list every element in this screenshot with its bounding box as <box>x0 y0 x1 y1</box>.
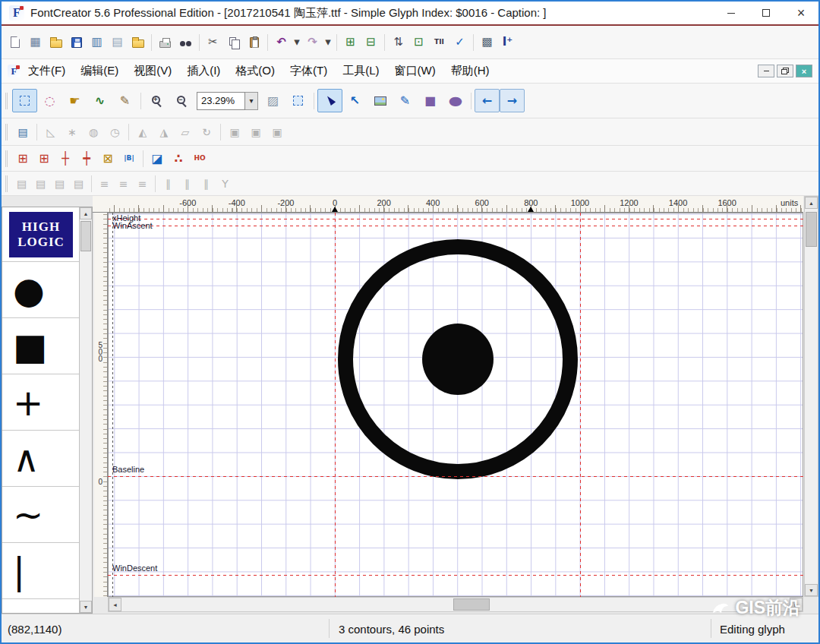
validate-font-button[interactable]: ⊡ <box>408 33 429 52</box>
menu-item-e[interactable]: 编辑(E) <box>73 60 126 82</box>
snap-to-guidelines-button[interactable]: ┿ <box>76 148 97 169</box>
origin-guide[interactable] <box>335 213 336 597</box>
palette-glyph-caret[interactable]: ∧ <box>2 431 80 487</box>
baseline-guide[interactable] <box>108 476 803 477</box>
palette-scroll-down-button[interactable]: ▼ <box>80 601 92 613</box>
winascent-guide[interactable] <box>108 226 803 226</box>
undo-button[interactable]: ↶ <box>271 33 292 52</box>
find-button[interactable] <box>175 33 196 52</box>
open-installed-font-button[interactable] <box>128 33 148 52</box>
mdi-minimize-button[interactable] <box>758 65 774 77</box>
menu-item-w[interactable]: 窗口(W) <box>387 60 443 82</box>
cut-button[interactable]: ✂ <box>203 33 223 52</box>
ellipse-tool-button[interactable]: ● <box>443 89 468 112</box>
snap-to-grid-button[interactable]: ⊞ <box>33 148 55 169</box>
pan-tool-button[interactable]: ☛ <box>62 89 87 112</box>
glyph-canvas[interactable]: xHeight WinAscent Baseline WinDescent <box>108 213 803 597</box>
undo-list-button[interactable]: ▾ <box>292 33 302 52</box>
zoom-dropdown-button[interactable]: ▾ <box>245 92 258 110</box>
background-image-button[interactable] <box>367 89 393 112</box>
rectangle-tool-button[interactable]: ■ <box>418 89 443 112</box>
menu-item-t[interactable]: 字体(T) <box>282 60 335 82</box>
lock-guidelines-button[interactable]: ⊠ <box>97 148 118 169</box>
redo-list-button[interactable]: ▾ <box>323 33 333 52</box>
open-font-button[interactable] <box>46 33 66 52</box>
horizontal-ruler[interactable]: units -600-400-2000200400600800100012001… <box>108 196 803 213</box>
lasso-tool-button[interactable]: ◌ <box>37 89 62 112</box>
menu-item-h[interactable]: 帮助(H) <box>443 60 497 82</box>
contour-tool-button[interactable]: ∿ <box>87 89 112 112</box>
insert-glyphs-button[interactable]: ⊞ <box>340 33 361 52</box>
menu-item-l[interactable]: 工具(L) <box>335 60 386 82</box>
paste-button[interactable] <box>244 33 264 52</box>
toolbar-grip[interactable] <box>5 175 8 192</box>
glyph-properties-button[interactable]: ▤ <box>12 122 33 142</box>
font-overview-button[interactable]: ▦ <box>25 33 46 52</box>
zoom-rectangle-button[interactable] <box>285 89 311 112</box>
redo-button[interactable]: ↷ <box>302 33 323 52</box>
toolbar-grip[interactable] <box>5 150 8 167</box>
horizontal-scroll-thumb[interactable] <box>453 598 490 611</box>
maximize-button[interactable] <box>749 1 784 25</box>
menu-item-i[interactable]: 插入(I) <box>179 60 228 82</box>
zoom-in-tool-button[interactable] <box>144 89 169 112</box>
font-properties-button[interactable]: ▤ <box>107 33 128 52</box>
advance-width-guide[interactable] <box>580 213 581 597</box>
copy-button[interactable] <box>223 33 244 52</box>
palette-scroll-thumb[interactable] <box>80 221 91 251</box>
show-guidelines-button[interactable]: ┼ <box>55 148 76 169</box>
advance-width-marker[interactable] <box>528 207 534 212</box>
scroll-down-button[interactable]: ▼ <box>805 584 818 596</box>
contour-fill-mode-button[interactable]: ◪ <box>147 148 168 169</box>
palette-scroll-up-button[interactable]: ▲ <box>80 207 92 219</box>
close-button[interactable]: × <box>784 1 818 25</box>
scroll-up-button[interactable]: ▲ <box>805 197 818 209</box>
palette-glyph-plus[interactable]: + <box>2 374 80 431</box>
zoom-out-tool-button[interactable] <box>169 89 194 112</box>
quick-test-button[interactable]: ✓ <box>449 33 470 52</box>
glyph-outline[interactable] <box>108 213 803 597</box>
select-tool-button[interactable] <box>12 89 37 112</box>
minimize-button[interactable] <box>714 1 749 25</box>
palette-glyph-filled-square[interactable]: ■ <box>2 318 80 374</box>
insert-caption-button[interactable]: I⁺ <box>497 33 518 52</box>
draw-contour-tool-button[interactable]: ✎ <box>393 89 418 112</box>
vertical-ruler[interactable]: 5 0 00 <box>94 213 108 597</box>
xheight-guide[interactable] <box>108 219 803 219</box>
palette-glyph-vertical-bar[interactable]: | <box>2 543 80 599</box>
next-glyph-button[interactable]: → <box>500 89 525 112</box>
point-labels-button[interactable]: HO <box>189 148 210 169</box>
zoom-window-button[interactable]: ▨ <box>260 89 285 112</box>
glyph-naming-button[interactable]: TII <box>429 33 449 52</box>
sort-glyphs-button[interactable]: ⇅ <box>388 33 408 52</box>
menu-item-f[interactable]: 文件(F) <box>20 60 73 82</box>
show-metrics-button[interactable]: |B| <box>118 148 140 169</box>
menu-item-o[interactable]: 格式(O) <box>228 60 282 82</box>
scroll-left-button[interactable]: ◄ <box>109 598 121 611</box>
zoom-level-combo[interactable]: 23.29%▾ <box>197 92 258 110</box>
knife-tool-button[interactable]: ✎ <box>112 89 137 112</box>
print-button[interactable] <box>155 33 175 52</box>
origin-marker[interactable] <box>332 207 338 212</box>
palette-glyph-tilde[interactable]: ~ <box>2 487 80 543</box>
delete-glyphs-button[interactable]: ⊟ <box>361 33 381 52</box>
edit-tool-button[interactable] <box>317 89 342 112</box>
new-font-button[interactable] <box>5 33 25 52</box>
left-guide[interactable] <box>112 213 113 597</box>
toolbar-grip[interactable] <box>5 93 8 109</box>
export-font-button[interactable]: ▥ <box>87 33 107 52</box>
menu-item-v[interactable]: 视图(V) <box>126 60 179 82</box>
show-grid-button[interactable]: ⊞ <box>12 148 33 169</box>
palette-notdef-glyph[interactable]: HIGH LOGIC <box>2 207 80 262</box>
save-font-button[interactable] <box>66 33 87 52</box>
point-tool-button[interactable]: ↖ <box>342 89 367 112</box>
palette-glyph-filled-circle[interactable]: ● <box>2 262 80 318</box>
toolbar-grip[interactable] <box>5 124 8 140</box>
mdi-restore-button[interactable] <box>777 65 793 77</box>
mdi-close-button[interactable]: × <box>796 65 812 77</box>
previous-glyph-button[interactable]: ← <box>475 89 500 112</box>
show-points-button[interactable]: ∴ <box>168 148 189 169</box>
compare-fonts-button[interactable]: ▩ <box>477 33 497 52</box>
windescent-guide[interactable] <box>108 575 803 576</box>
vertical-scroll-thumb[interactable] <box>806 212 817 247</box>
